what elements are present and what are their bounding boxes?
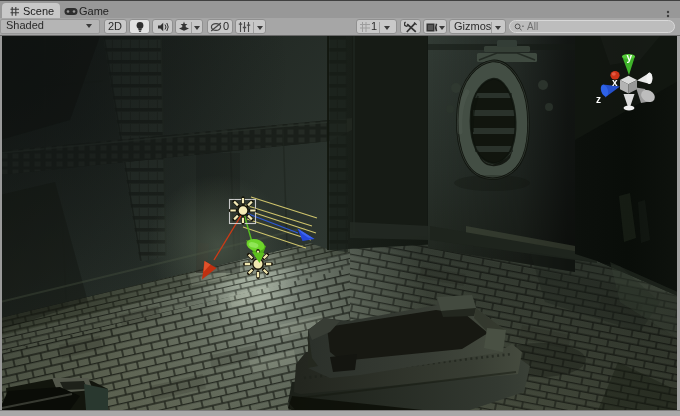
svg-text:z: z — [596, 94, 601, 105]
svg-text:y: y — [627, 52, 633, 63]
svg-text:x: x — [612, 77, 618, 88]
